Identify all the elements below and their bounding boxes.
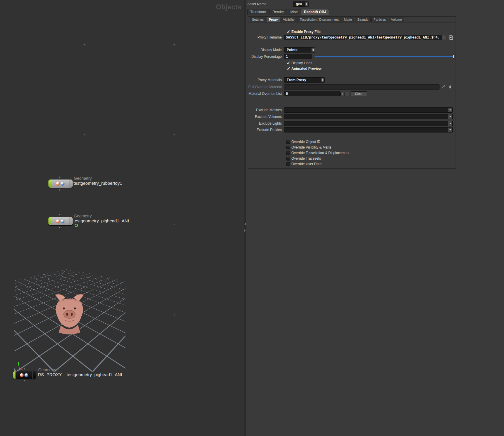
file-chooser-icon[interactable] bbox=[449, 35, 454, 40]
remove-item-button[interactable]: − bbox=[345, 92, 349, 96]
display-flag-ring bbox=[75, 224, 78, 227]
tab-misc[interactable]: Misc bbox=[288, 9, 301, 15]
asset-name-spinner[interactable] bbox=[305, 1, 309, 7]
override-tracesets-checkbox[interactable] bbox=[286, 157, 290, 161]
proxy-materials-spinner[interactable] bbox=[321, 77, 325, 83]
parameter-pane: Asset Name geo Transform Render Misc Red… bbox=[246, 0, 504, 436]
override-object-id-label: Override Object ID bbox=[291, 140, 320, 144]
slider-handle[interactable] bbox=[453, 55, 455, 59]
exclude-meshes-menu-arrow[interactable] bbox=[448, 107, 453, 113]
splitter-collapse-left-icon[interactable] bbox=[244, 223, 246, 225]
display-percentage-slider[interactable] bbox=[315, 55, 455, 59]
geometry-badge-icon bbox=[61, 182, 64, 186]
op-chooser-icon[interactable] bbox=[441, 85, 446, 90]
node-type-label: Geometry bbox=[74, 214, 92, 218]
proxy-materials-label: Proxy Materials bbox=[248, 78, 284, 82]
subtab-settings[interactable]: Settings bbox=[250, 17, 266, 22]
exclude-meshes-label: Exclude Meshes bbox=[248, 108, 284, 112]
exclude-proxies-menu-arrow[interactable] bbox=[448, 127, 453, 132]
grid-origin-marker: + bbox=[173, 222, 176, 226]
animated-preview-label: Animated Preview bbox=[291, 67, 321, 71]
splitter-collapse-right-icon[interactable] bbox=[244, 229, 246, 232]
override-tessellation-displacement-checkbox[interactable] bbox=[286, 151, 290, 155]
display-percentage-label: Display Percentage bbox=[248, 55, 284, 59]
override-tracesets-label: Override Tracesets bbox=[291, 156, 321, 161]
enable-proxy-file-checkbox[interactable] bbox=[286, 30, 290, 34]
redshift-subtabbar: Settings Proxy Visibility Tessellation /… bbox=[248, 17, 456, 22]
geometry-badge-icon bbox=[56, 182, 60, 186]
node-name-label[interactable]: testgeometry_pighead1_ANI bbox=[74, 218, 129, 223]
parameter-tabbar: Transform Render Misc Redshift OBJ bbox=[247, 9, 329, 15]
node-name-label[interactable]: RS_PROXY__testgeometry_pighead1_ANI bbox=[38, 372, 122, 377]
add-item-button[interactable]: + bbox=[340, 92, 344, 96]
override-user-data-checkbox[interactable] bbox=[286, 162, 290, 166]
node-render-flag[interactable] bbox=[32, 371, 36, 379]
grid-origin-marker: + bbox=[173, 42, 176, 47]
node-body[interactable] bbox=[51, 179, 69, 188]
display-lines-checkbox[interactable] bbox=[286, 61, 290, 65]
geometry-badge-icon bbox=[24, 373, 28, 377]
override-user-data-label: Override User Data bbox=[291, 162, 321, 166]
node-input-connector[interactable] bbox=[23, 368, 25, 370]
pighead-preview bbox=[52, 293, 87, 336]
tab-transform[interactable]: Transform bbox=[247, 9, 269, 15]
exclude-volumes-label: Exclude Volumes bbox=[248, 115, 284, 119]
subtab-proxy[interactable]: Proxy bbox=[267, 17, 280, 22]
override-visibility-matte-checkbox[interactable] bbox=[286, 146, 290, 149]
node-display-flag[interactable] bbox=[48, 179, 51, 188]
node-display-flag[interactable] bbox=[48, 217, 51, 225]
node-type-label: Geometry bbox=[74, 176, 92, 181]
exclude-lights-label: Exclude Lights bbox=[248, 121, 284, 125]
clear-button[interactable]: Clear bbox=[351, 91, 367, 96]
subtab-tessellation-displacement[interactable]: Tessellation / Displacement bbox=[298, 17, 341, 22]
display-mode-spinner[interactable] bbox=[312, 47, 315, 53]
tab-render[interactable]: Render bbox=[270, 9, 287, 15]
subtab-volume[interactable]: Volume bbox=[389, 17, 404, 22]
node-body[interactable] bbox=[51, 217, 69, 225]
node-input-connector[interactable] bbox=[59, 214, 61, 216]
node-output-connector[interactable] bbox=[59, 189, 61, 191]
exclude-proxies-label: Exclude Proxies bbox=[248, 128, 284, 132]
proxy-filename-input[interactable] bbox=[284, 35, 442, 40]
grid-origin-marker: + bbox=[173, 132, 176, 137]
proxy-filename-label: Proxy Filename bbox=[248, 35, 284, 39]
node-type-label: Geometry bbox=[38, 367, 56, 372]
redshift-obj-panel: Settings Proxy Visibility Tessellation /… bbox=[248, 16, 456, 169]
op-jump-icon[interactable] bbox=[446, 85, 451, 90]
node-render-flag[interactable] bbox=[69, 217, 73, 225]
node-render-flag[interactable] bbox=[69, 179, 73, 188]
network-context-label: Objects bbox=[216, 3, 242, 11]
grid-origin-marker: + bbox=[173, 313, 176, 317]
tab-redshift-obj[interactable]: Redshift OBJ bbox=[301, 9, 329, 15]
subtab-strands[interactable]: Strands bbox=[355, 17, 371, 22]
subtab-visibility[interactable]: Visibility bbox=[281, 17, 297, 22]
exclude-volumes-input[interactable] bbox=[284, 114, 448, 119]
node-display-flag[interactable] bbox=[13, 371, 16, 379]
display-percentage-input[interactable] bbox=[284, 54, 312, 59]
subtab-particles[interactable]: Particles bbox=[371, 17, 388, 22]
node-output-connector[interactable] bbox=[59, 227, 61, 229]
node-body[interactable] bbox=[16, 371, 32, 379]
animated-preview-checkbox[interactable] bbox=[286, 67, 290, 71]
proxy-materials-menu[interactable]: From Proxy bbox=[284, 77, 321, 83]
display-mode-menu[interactable]: Points bbox=[284, 47, 312, 53]
geometry-badge-icon bbox=[61, 219, 64, 223]
grid-origin-marker: + bbox=[83, 132, 86, 137]
node-name-label[interactable]: testgeometry_rubbertoy1 bbox=[74, 181, 122, 186]
geometry-badge-icon bbox=[20, 373, 24, 377]
proxy-filename-menu-arrow[interactable] bbox=[442, 35, 446, 40]
override-tessellation-displacement-label: Override Tessellation & Displacement bbox=[291, 151, 349, 155]
network-editor[interactable]: Objects + + + + + + bbox=[0, 0, 244, 436]
exclude-lights-menu-arrow[interactable] bbox=[448, 121, 453, 126]
geometry-badge-icon bbox=[56, 219, 60, 223]
node-input-connector[interactable] bbox=[59, 176, 61, 178]
node-output-connector[interactable] bbox=[23, 380, 25, 382]
exclude-meshes-input[interactable] bbox=[284, 107, 448, 113]
asset-name-menu[interactable]: geo bbox=[293, 1, 304, 7]
exclude-volumes-menu-arrow[interactable] bbox=[448, 114, 453, 119]
subtab-matte[interactable]: Matte bbox=[342, 17, 354, 22]
material-override-list-input[interactable] bbox=[284, 91, 340, 96]
override-object-id-checkbox[interactable] bbox=[286, 140, 290, 144]
exclude-proxies-input[interactable] bbox=[284, 127, 448, 132]
exclude-lights-input[interactable] bbox=[284, 121, 448, 126]
